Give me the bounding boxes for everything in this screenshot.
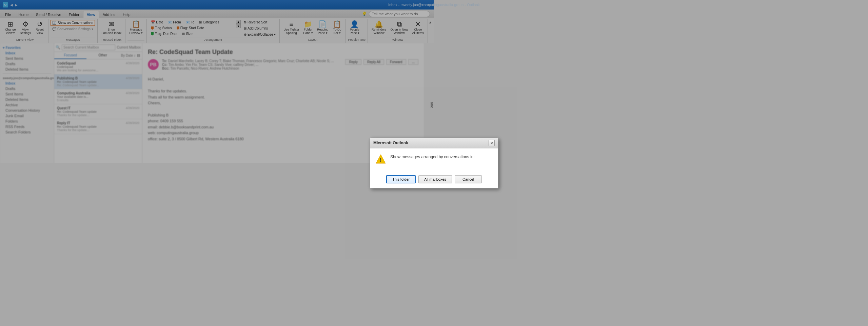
dialog-message: Show messages arranged by conversations … [390,154,434,160]
svg-text:!: ! [380,157,381,163]
dialog-title-bar: Microsoft Outlook ✕ [370,138,434,148]
warning-icon: ! [375,154,386,163]
dialog-body: ! Show messages arranged by conversation… [370,148,434,163]
dialog-title: Microsoft Outlook [373,141,408,145]
dialog: Microsoft Outlook ✕ ! Show messages arra… [370,138,434,163]
dialog-overlay: Microsoft Outlook ✕ ! Show messages arra… [0,0,434,163]
